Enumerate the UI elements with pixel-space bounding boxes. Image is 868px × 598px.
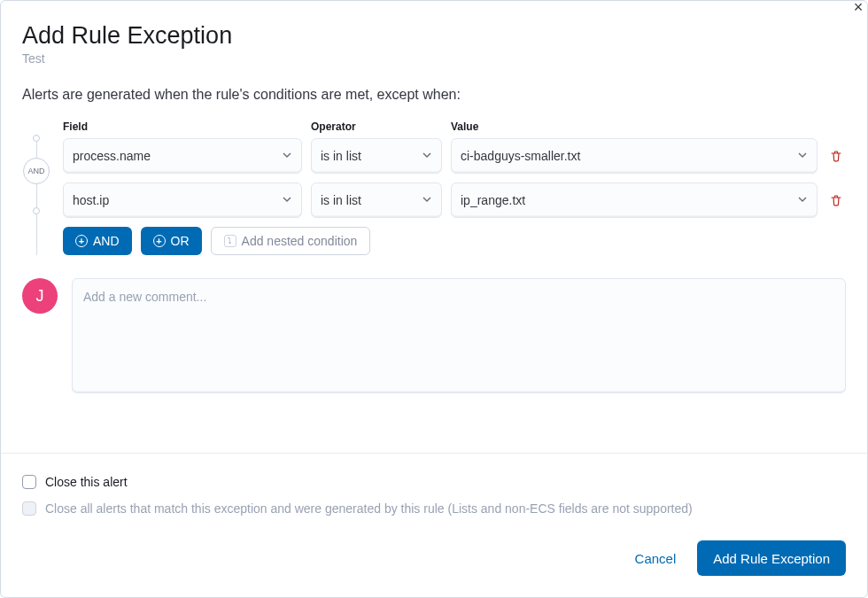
delete-condition-button[interactable]	[826, 190, 846, 210]
condition-row: host.ip is in list ip_range.txt	[63, 183, 846, 218]
checkbox[interactable]	[22, 475, 36, 489]
operator-value: is in list	[321, 149, 361, 163]
close-this-alert-option[interactable]: Close this alert	[22, 475, 846, 489]
chevron-down-icon	[282, 149, 292, 163]
avatar: J	[22, 278, 58, 314]
footer-actions: Cancel Add Rule Exception	[22, 540, 846, 576]
trash-icon	[829, 193, 843, 207]
value-combobox[interactable]: ci-badguys-smaller.txt	[451, 138, 818, 174]
close-all-label: Close all alerts that match this excepti…	[45, 501, 693, 516]
label-operator: Operator	[311, 120, 442, 133]
field-combobox[interactable]: process.name	[63, 138, 302, 174]
operator-combobox[interactable]: is in list	[311, 183, 442, 218]
field-value: process.name	[73, 149, 151, 163]
comment-input[interactable]	[72, 278, 846, 393]
conditions-main: Field Operator Value process.name is in …	[63, 120, 846, 255]
and-badge: AND	[23, 158, 50, 184]
close-all-alerts-option: Close all alerts that match this excepti…	[22, 501, 846, 516]
instruction-text: Alerts are generated when the rule's con…	[22, 87, 846, 103]
add-nested-button[interactable]: ⤵ Add nested condition	[211, 227, 371, 255]
label-field: Field	[63, 120, 302, 133]
and-rail: AND	[22, 120, 50, 255]
label-value: Value	[451, 120, 846, 133]
add-and-button[interactable]: + AND	[63, 227, 132, 255]
field-combobox[interactable]: host.ip	[63, 183, 302, 218]
close-icon[interactable]: ×	[849, 0, 867, 17]
condition-row: process.name is in list ci-badguys-small…	[63, 138, 846, 174]
and-button-label: AND	[93, 234, 120, 248]
modal-title: Add Rule Exception	[22, 22, 846, 50]
operator-value: is in list	[321, 193, 361, 207]
add-rule-exception-modal: × Add Rule Exception Test Alerts are gen…	[0, 0, 868, 598]
nested-icon: ⤵	[224, 235, 236, 247]
chevron-down-icon	[422, 193, 432, 207]
comment-area: J	[22, 278, 846, 393]
rail-dot-top	[33, 135, 40, 142]
operator-combobox[interactable]: is in list	[311, 138, 442, 174]
conditions-area: AND Field Operator Value process.name	[22, 120, 846, 255]
close-this-label: Close this alert	[45, 475, 128, 489]
delete-condition-button[interactable]	[826, 146, 846, 166]
value-text: ci-badguys-smaller.txt	[461, 149, 580, 163]
value-combobox[interactable]: ip_range.txt	[451, 183, 818, 218]
plus-circle-icon: +	[153, 235, 166, 247]
modal-subtitle: Test	[22, 51, 846, 66]
cancel-button[interactable]: Cancel	[630, 550, 682, 567]
condition-labels: Field Operator Value	[63, 120, 846, 133]
chevron-down-icon	[282, 193, 292, 207]
chevron-down-icon	[422, 149, 432, 163]
chevron-down-icon	[797, 193, 808, 207]
checkbox-disabled	[22, 501, 36, 516]
chevron-down-icon	[797, 149, 808, 163]
add-or-button[interactable]: + OR	[141, 227, 202, 255]
nested-button-label: Add nested condition	[242, 234, 358, 248]
modal-body: Add Rule Exception Test Alerts are gener…	[1, 1, 867, 400]
field-value: host.ip	[73, 193, 109, 207]
modal-footer: Close this alert Close all alerts that m…	[1, 453, 867, 597]
submit-button[interactable]: Add Rule Exception	[697, 540, 846, 576]
value-text: ip_range.txt	[461, 193, 525, 207]
trash-icon	[829, 149, 843, 163]
plus-circle-icon: +	[75, 235, 88, 247]
or-button-label: OR	[171, 234, 190, 248]
rail-line	[36, 135, 37, 255]
condition-actions: + AND + OR ⤵ Add nested condition	[63, 227, 846, 255]
rail-dot-bottom	[33, 207, 40, 214]
